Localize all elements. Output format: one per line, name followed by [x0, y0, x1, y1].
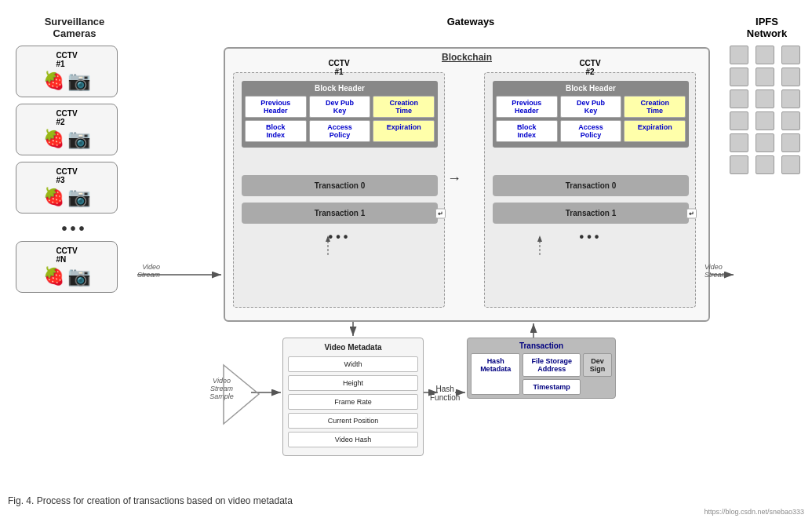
- creation-time-2: CreationTime: [624, 96, 686, 118]
- block-header-2: Block Header PreviousHeader Dev PubKey C…: [493, 81, 689, 148]
- transaction-1-box-2: Transaction 1 ↵: [493, 203, 689, 224]
- cctv2-panel-label: CCTV#2: [579, 59, 600, 76]
- transaction-0-box-2: Transaction 0: [493, 175, 689, 196]
- raspberry-icon-2: 🍓: [43, 129, 64, 149]
- camera-icon-1: 📷: [67, 70, 91, 92]
- cctv1-panel-label: CCTV#1: [328, 59, 349, 76]
- raspberry-icon-1: 🍓: [43, 71, 64, 91]
- video-stream-sample-label: VideoStreamSample: [196, 377, 247, 400]
- camera-box-n: CCTV#N 🍓 📷: [16, 241, 118, 293]
- camera-icon-n: 📷: [67, 265, 91, 287]
- video-stream-left-label: VideoStream: [137, 263, 160, 279]
- transaction-detail-box: Transaction HashMetadata File StorageAdd…: [467, 338, 616, 399]
- ipfs-column: IPFSNetwork: [730, 16, 804, 174]
- cube-18: [781, 155, 800, 174]
- cube-5: [756, 68, 774, 86]
- dev-sign-field: DevSign: [583, 353, 612, 377]
- cube-3: [781, 46, 800, 64]
- expiration-2: Expiration: [624, 120, 686, 142]
- prev-header-1: PreviousHeader: [245, 96, 307, 118]
- dev-pub-key-2: Dev PubKey: [560, 96, 622, 118]
- cube-17: [756, 155, 774, 174]
- ipfs-title: IPFSNetwork: [730, 16, 804, 39]
- figure-caption: Fig. 4. Process for creation of transact…: [8, 495, 293, 506]
- cube-9: [781, 89, 800, 108]
- camera-icons-1: 🍓 📷: [43, 70, 91, 92]
- transaction-1-box-1: Transaction 1 ↵: [242, 203, 438, 224]
- dev-pub-key-1: Dev PubKey: [309, 96, 371, 118]
- block-index-2: BlockIndex: [496, 120, 558, 142]
- cube-2: [756, 46, 774, 64]
- cube-8: [756, 89, 774, 108]
- access-policy-2: AccessPolicy: [560, 120, 622, 142]
- cctv1-panel: CCTV#1 Block Header PreviousHeader Dev P…: [233, 72, 445, 308]
- camera-icon-2: 📷: [67, 128, 91, 150]
- block-header-2-title: Block Header: [496, 84, 686, 93]
- cube-14: [756, 133, 774, 152]
- surveillance-column: SurveillanceCameras CCTV#1 🍓 📷 CCTV#2 🍓 …: [16, 16, 133, 299]
- expiration-1: Expiration: [373, 120, 435, 142]
- hash-metadata-field: HashMetadata: [471, 353, 520, 395]
- hash-function-label: HashFunction: [430, 385, 460, 402]
- tx-dots-1: •••: [242, 230, 438, 244]
- raspberry-icon-3: 🍓: [43, 187, 64, 207]
- cube-13: [730, 133, 748, 152]
- cube-12: [781, 111, 800, 130]
- transaction-detail-title: Transaction: [471, 341, 612, 350]
- video-metadata-title: Video Metadata: [288, 343, 418, 352]
- camera-label-3: CCTV#3: [56, 167, 77, 184]
- cube-15: [781, 133, 800, 152]
- blockchain-title: Blockchain: [225, 52, 708, 63]
- cameras-ellipsis: •••: [16, 220, 133, 238]
- gateways-title: Gateways: [224, 16, 718, 27]
- file-storage-address-field: File StorageAddress: [523, 353, 581, 377]
- inter-panel-arrow: →: [447, 170, 461, 187]
- block-header-1: Block Header PreviousHeader Dev PubKey C…: [242, 81, 438, 148]
- width-field: Width: [288, 356, 418, 372]
- frame-rate-field: Frame Rate: [288, 394, 418, 410]
- camera-box-2: CCTV#2 🍓 📷: [16, 104, 118, 155]
- camera-label-n: CCTV#N: [56, 246, 77, 264]
- block-header-2-row1: PreviousHeader Dev PubKey CreationTime: [496, 96, 686, 118]
- block-header-2-row2: BlockIndex AccessPolicy Expiration: [496, 120, 686, 142]
- block-index-1: BlockIndex: [245, 120, 307, 142]
- tx-left-col: HashMetadata: [471, 353, 520, 395]
- main-container: SurveillanceCameras CCTV#1 🍓 📷 CCTV#2 🍓 …: [0, 0, 812, 522]
- transaction-0-box-1: Transaction 0: [242, 175, 438, 196]
- watermark: https://blog.csdn.net/snebao333: [704, 508, 804, 516]
- camera-icons-n: 🍓 📷: [43, 265, 91, 287]
- cube-10: [730, 111, 748, 130]
- block-header-1-row2: BlockIndex AccessPolicy Expiration: [245, 120, 435, 142]
- timestamp-field: Timestamp: [523, 379, 581, 395]
- prev-header-2: PreviousHeader: [496, 96, 558, 118]
- raspberry-icon-n: 🍓: [43, 266, 64, 287]
- camera-box-1: CCTV#1 🍓 📷: [16, 46, 118, 97]
- video-stream-right-label: VideoStream: [705, 263, 727, 279]
- cube-4: [730, 68, 748, 86]
- camera-icon-3: 📷: [67, 186, 91, 208]
- tx-dots-2: •••: [493, 230, 689, 244]
- camera-box-3: CCTV#3 🍓 📷: [16, 162, 118, 214]
- video-hash-field: Video Hash: [288, 432, 418, 447]
- tx-middle-col: File StorageAddress Timestamp: [523, 353, 581, 395]
- transaction-area-1: Transaction 0 Transaction 1 ↵ •••: [242, 175, 438, 244]
- camera-icons-2: 🍓 📷: [43, 128, 91, 150]
- tx-right-col: DevSign: [583, 353, 612, 395]
- tx-detail-content: HashMetadata File StorageAddress Timesta…: [471, 353, 612, 395]
- blockchain-container: Blockchain CCTV#1 Block Header PreviousH…: [224, 47, 710, 322]
- block-header-1-title: Block Header: [245, 84, 435, 93]
- camera-label-1: CCTV#1: [56, 51, 77, 68]
- ipfs-cubes-grid: [730, 46, 804, 174]
- creation-time-1: CreationTime: [373, 96, 435, 118]
- camera-label-2: CCTV#2: [56, 109, 77, 126]
- current-position-field: Current Position: [288, 413, 418, 429]
- video-metadata-box: Video Metadata Width Height Frame Rate C…: [282, 338, 424, 456]
- cube-16: [730, 155, 748, 174]
- block-header-1-row1: PreviousHeader Dev PubKey CreationTime: [245, 96, 435, 118]
- access-policy-1: AccessPolicy: [309, 120, 371, 142]
- cube-1: [730, 46, 748, 64]
- cube-7: [730, 89, 748, 108]
- transaction-area-2: Transaction 0 Transaction 1 ↵ •••: [493, 175, 689, 244]
- cctv2-panel: CCTV#2 Block Header PreviousHeader Dev P…: [484, 72, 696, 308]
- cube-11: [756, 111, 774, 130]
